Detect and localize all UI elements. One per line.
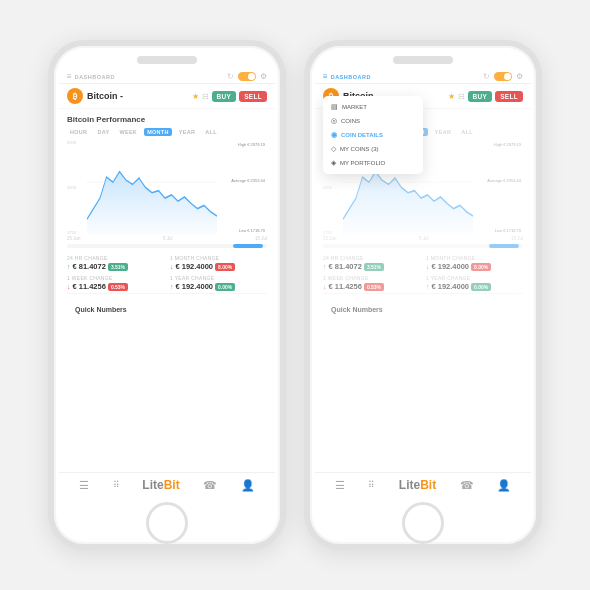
arrow-down-icon-3: ↓ xyxy=(426,263,430,270)
chart-avg-2: Average € 2353.44 xyxy=(487,178,521,183)
phone-1-screen: ≡ DASHBOARD ↻ ⚙ ₿ Bitcoin - ★ ⊟ xyxy=(59,68,275,496)
tab-hour-1[interactable]: HOUR xyxy=(67,128,90,136)
quick-numbers-2: Quick Numbers xyxy=(323,293,523,320)
tab-month-1[interactable]: MONTH xyxy=(144,128,172,136)
phone-icon-1[interactable]: ☎ xyxy=(203,479,217,492)
chart-high-2: High € 2979.19 xyxy=(494,142,521,147)
stat-1year-2: 1 YEAR CHANGE ↑ € 192.4000 0.00% xyxy=(426,275,523,291)
tab-year-2[interactable]: YEAR xyxy=(432,128,454,136)
tab-all-2[interactable]: ALL xyxy=(458,128,476,136)
brand-1[interactable]: LiteBit xyxy=(142,478,179,492)
grid-icon-2[interactable]: ⠿ xyxy=(368,480,375,490)
tab-year-1[interactable]: YEAR xyxy=(176,128,198,136)
menu-icon-1[interactable]: ☰ xyxy=(79,479,89,492)
chart-high-1: High € 2979.19 xyxy=(238,142,265,147)
time-tabs-1: HOUR DAY WEEK MONTH YEAR ALL xyxy=(67,128,267,136)
chart-x-labels-1: 25 Jun5 Jul15 Jul xyxy=(67,236,267,241)
gear-icon-2[interactable]: ⚙ xyxy=(516,72,523,81)
bottom-nav-1: ☰ ⠿ LiteBit ☎ 👤 xyxy=(59,472,275,496)
chart-low-2: Low € 1718.70 xyxy=(495,228,521,233)
market-icon: ▤ xyxy=(331,103,338,111)
coin-actions-2: ★ ⊟ BUY SELL xyxy=(448,91,523,102)
stats-grid-2: 24 HR CHANGE ↑ € 81.4072 3.51% 1 MONTH C… xyxy=(323,255,523,293)
stat-24hr-2: 24 HR CHANGE ↑ € 81.4072 3.51% xyxy=(323,255,420,271)
stat-1week-1: 1 WEEK CHANGE ↓ € 11.4256 0.53% xyxy=(67,275,164,291)
user-icon-1[interactable]: 👤 xyxy=(241,479,255,492)
dropdown-coin-details[interactable]: ◉ COIN DETAILS xyxy=(323,128,423,142)
arrow-up-icon: ↑ xyxy=(67,263,71,270)
dropdown-my-coins[interactable]: ◇ MY COINS (3) xyxy=(323,142,423,156)
arrow-down-icon-2: ↓ xyxy=(67,283,71,290)
stat-1year-1: 1 YEAR CHANGE ↑ € 192.4000 0.00% xyxy=(170,275,267,291)
menu-icon-2[interactable]: ☰ xyxy=(335,479,345,492)
tab-day-1[interactable]: DAY xyxy=(94,128,112,136)
chart-x-labels-2: 25 Jun5 Jul15 Jul xyxy=(323,236,523,241)
stat-1week-2: 1 WEEK CHANGE ↓ € 11.4256 0.53% xyxy=(323,275,420,291)
phone-2-screen: ≡ DASHBOARD ↻ ⚙ ₿ Bitcoin - ★ ⊟ xyxy=(315,68,531,496)
tab-all-1[interactable]: ALL xyxy=(202,128,220,136)
dropdown-coins[interactable]: ◎ COINS xyxy=(323,114,423,128)
hamburger-icon-2[interactable]: ≡ xyxy=(323,72,328,81)
scroll-bar-2[interactable] xyxy=(323,244,523,248)
arrow-up-icon-4: ↑ xyxy=(426,283,430,290)
scene: ≡ DASHBOARD ↻ ⚙ ₿ Bitcoin - ★ ⊟ xyxy=(0,0,590,590)
toggle-2[interactable] xyxy=(494,72,512,81)
refresh-icon-1[interactable]: ↻ xyxy=(227,72,234,81)
coin-actions-1: ★ ⊟ BUY SELL xyxy=(192,91,267,102)
phone-1: ≡ DASHBOARD ↻ ⚙ ₿ Bitcoin - ★ ⊟ xyxy=(48,40,286,550)
top-bar-2: ≡ DASHBOARD ↻ ⚙ xyxy=(315,68,531,84)
bottom-nav-2: ☰ ⠿ LiteBit ☎ 👤 xyxy=(315,472,531,496)
chart-low-1: Low € 1718.70 xyxy=(239,228,265,233)
gear-icon-1[interactable]: ⚙ xyxy=(260,72,267,81)
coin-details-icon: ◉ xyxy=(331,131,337,139)
toggle-1[interactable] xyxy=(238,72,256,81)
stat-1month-2: 1 MONTH CHANGE ↓ € 192.4000 8.00% xyxy=(426,255,523,271)
refresh-icon-2[interactable]: ↻ xyxy=(483,72,490,81)
quick-numbers-1: Quick Numbers xyxy=(67,293,267,320)
arrow-up-icon-2: ↑ xyxy=(170,283,174,290)
portfolio-icon: ◈ xyxy=(331,159,336,167)
coin-header-1: ₿ Bitcoin - ★ ⊟ BUY SELL xyxy=(59,84,275,109)
top-bar-icons-2: ↻ ⚙ xyxy=(483,72,523,81)
dashboard-label-2: DASHBOARD xyxy=(331,74,371,80)
user-icon-2[interactable]: 👤 xyxy=(497,479,511,492)
arrow-up-icon-3: ↑ xyxy=(323,263,327,270)
arrow-down-icon: ↓ xyxy=(170,263,174,270)
arrow-down-icon-4: ↓ xyxy=(323,283,327,290)
trash-icon-1[interactable]: ⊟ xyxy=(202,92,209,101)
chart-svg-1 xyxy=(67,140,267,235)
dropdown-portfolio[interactable]: ◈ MY PORTFOLIO xyxy=(323,156,423,170)
hamburger-icon-1[interactable]: ≡ xyxy=(67,72,72,81)
top-bar-icons-1: ↻ ⚙ xyxy=(227,72,267,81)
stat-1month-1: 1 MONTH CHANGE ↓ € 192.4000 8.00% xyxy=(170,255,267,271)
phone-icon-2[interactable]: ☎ xyxy=(460,479,474,492)
coin-name-1: Bitcoin - xyxy=(87,91,188,101)
dropdown-market[interactable]: ▤ MARKET xyxy=(323,100,423,114)
bitcoin-logo-1: ₿ xyxy=(67,88,83,104)
trash-icon-2[interactable]: ⊟ xyxy=(458,92,465,101)
buy-button-2[interactable]: BUY xyxy=(468,91,493,102)
grid-icon-1[interactable]: ⠿ xyxy=(113,480,119,490)
stat-24hr-1: 24 HR CHANGE ↑ € 81.4072 3.51% xyxy=(67,255,164,271)
chart-area-1: 250020001750 High € 2979.19 xyxy=(67,140,267,235)
chart-title-1: Bitcoin Performance xyxy=(67,115,267,124)
my-coins-icon: ◇ xyxy=(331,145,336,153)
stats-grid-1: 24 HR CHANGE ↑ € 81.4072 3.51% 1 MONTH C… xyxy=(67,255,267,293)
top-bar-1: ≡ DASHBOARD ↻ ⚙ xyxy=(59,68,275,84)
phone-2: ≡ DASHBOARD ↻ ⚙ ₿ Bitcoin - ★ ⊟ xyxy=(304,40,542,550)
dropdown-menu-2: ▤ MARKET ◎ COINS ◉ COIN DETAILS ◇ MY COI… xyxy=(323,96,423,174)
brand-2[interactable]: LiteBit xyxy=(399,478,436,492)
chart-y-labels-1: 250020001750 xyxy=(67,140,76,235)
sell-button-1[interactable]: SELL xyxy=(239,91,267,102)
star-icon-2[interactable]: ★ xyxy=(448,92,455,101)
sell-button-2[interactable]: SELL xyxy=(495,91,523,102)
tab-week-1[interactable]: WEEK xyxy=(116,128,140,136)
chart-avg-1: Average € 2353.44 xyxy=(231,178,265,183)
star-icon-1[interactable]: ★ xyxy=(192,92,199,101)
coins-icon: ◎ xyxy=(331,117,337,125)
chart-section-1: Bitcoin Performance HOUR DAY WEEK MONTH … xyxy=(59,109,275,472)
buy-button-1[interactable]: BUY xyxy=(212,91,237,102)
scroll-bar-1[interactable] xyxy=(67,244,267,248)
dashboard-label-1: DASHBOARD xyxy=(75,74,115,80)
